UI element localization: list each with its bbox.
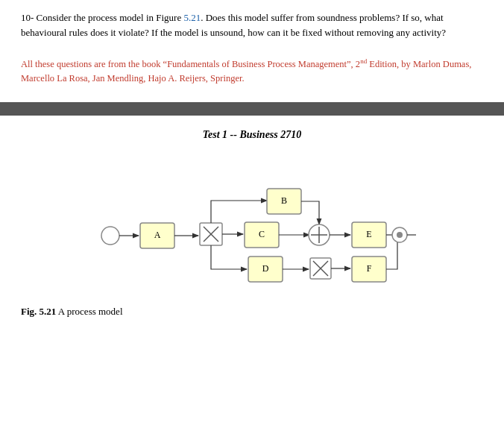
page: 10- Consider the process model in Figure… <box>0 0 504 431</box>
attribution-prefix: All these questions are from the book “F… <box>21 59 360 69</box>
arrow-gw1-d <box>211 245 247 269</box>
caption-text: A process model <box>56 306 122 317</box>
diagram-section: Test 1 -- Business 2710 A <box>0 116 504 431</box>
node-a-label: A <box>154 230 161 240</box>
section-divider <box>0 102 504 116</box>
node-f-label: F <box>367 263 372 274</box>
diagram-title: Test 1 -- Business 2710 <box>203 129 302 141</box>
node-c-label: C <box>259 229 265 239</box>
attribution-text: All these questions are from the book “F… <box>21 57 483 86</box>
arrow-gw1-b <box>211 201 267 223</box>
node-e-label: E <box>366 229 371 239</box>
arrow-b-plus <box>301 201 319 224</box>
question-number: 10- <box>21 12 34 23</box>
process-diagram: A B C <box>88 157 416 303</box>
top-section: 10- Consider the process model in Figure… <box>0 0 504 93</box>
end-gateway-dot <box>397 232 403 238</box>
start-event <box>101 227 119 245</box>
node-d-label: D <box>262 263 269 274</box>
fig-reference: 5.21 <box>183 12 201 23</box>
diagram-container: A B C <box>88 157 416 303</box>
caption: Fig. 5.21 A process model <box>0 306 504 318</box>
node-b-label: B <box>281 195 287 206</box>
question-text: 10- Consider the process model in Figure… <box>21 10 483 40</box>
caption-bold: Fig. 5.21 <box>21 306 56 317</box>
attribution-sup: nd <box>360 57 367 65</box>
